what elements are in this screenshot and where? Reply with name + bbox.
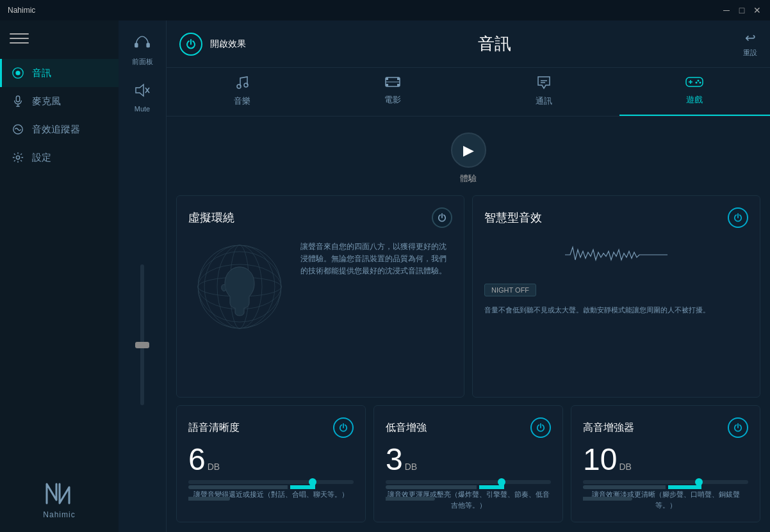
front-panel-button[interactable]: 前面板 [129,30,156,72]
nahimic-logo-icon [44,481,76,506]
tab-movie[interactable]: 電影 [318,68,469,116]
treble-boost-power-button[interactable] [728,417,748,438]
reset-button[interactable]: ↩ 重設 [743,30,757,58]
bass-boost-thumb[interactable] [498,478,505,486]
treble-boost-value: 10 [583,444,617,475]
top-cards-grid: 虛擬環繞 [176,195,760,398]
sidebar-logo: Nahimic [0,468,119,532]
svg-point-1 [15,70,20,75]
sidebar-audio-label: 音訊 [32,67,51,79]
voice-clarity-slider[interactable] [188,480,354,484]
mic-icon [12,95,24,108]
svg-rect-17 [386,84,388,86]
night-off-badge: NIGHT OFF [484,280,748,300]
voice-clarity-card: 語音清晰度 6 DB [176,405,366,522]
tab-music[interactable]: 音樂 [167,68,318,116]
maximize-button[interactable]: □ [737,5,747,15]
surround-visual: 讓聲音來自您的四面八方，以獲得更好的沈浸體驗。無論您音訊裝置的品質為何，我們的技… [188,236,452,338]
music-tab-label: 音樂 [234,95,250,107]
app-title: Nahimic [8,6,35,15]
surround-card-header: 虛擬環繞 [188,207,452,228]
voice-clarity-value-row: 6 DB [188,444,354,475]
center-panel: 前面板 Mute [119,20,167,532]
titlebar: Nahimic ─ □ ✕ [0,0,770,20]
treble-boost-value-row: 10 DB [583,444,748,475]
svg-rect-2 [16,96,19,102]
treble-boost-slider[interactable] [583,480,748,484]
mute-label: Mute [135,105,150,113]
movie-tab-icon [385,76,400,92]
game-tab-icon [685,76,703,92]
svg-rect-16 [397,77,400,80]
treble-boost-header: 高音增強器 [583,417,748,438]
voice-clarity-title: 語音清晰度 [188,421,240,435]
svg-point-6 [16,156,19,159]
mute-button[interactable]: Mute [131,78,153,118]
close-button[interactable]: ✕ [752,5,762,15]
hamburger-menu-button[interactable] [10,33,29,46]
volume-slider-thumb[interactable] [135,342,149,348]
smart-audio-title: 智慧型音效 [484,210,542,225]
sidebar: 音訊 麥克風 音效追蹤器 [0,20,119,532]
voice-clarity-unit: DB [208,462,220,472]
bass-boost-header: 低音增強 [386,417,551,438]
nahimic-logo-text: Nahimic [43,510,75,519]
smart-audio-description: 音量不會低到聽不見或太大聲。啟動安靜模式能讓您周圍的人不被打擾。 [484,305,748,316]
voice-clarity-power-button[interactable] [333,417,354,438]
svg-point-25 [698,80,700,82]
comms-tab-icon [537,76,551,93]
headphones-icon [134,35,151,53]
svg-rect-8 [146,43,150,47]
svg-marker-9 [136,85,143,96]
bass-boost-value-row: 3 DB [386,444,551,475]
treble-boost-card: 高音增強器 10 DB [571,405,760,522]
page-title: 音訊 [246,33,743,55]
sidebar-item-audio[interactable]: 音訊 [0,59,119,87]
bottom-cards: 語音清晰度 6 DB [176,405,760,522]
experience-play-button[interactable]: ▶ 體驗 [451,133,486,184]
svg-point-26 [700,82,701,84]
sidebar-mic-label: 麥克風 [32,95,61,108]
sidebar-tracker-label: 音效追蹤器 [32,124,80,136]
svg-rect-7 [135,43,138,47]
comms-tab-label: 通訊 [536,95,552,107]
surround-card-title: 虛擬環繞 [188,210,234,225]
sidebar-settings-label: 設定 [32,152,51,164]
sidebar-item-mic[interactable]: 麥克風 [0,87,119,115]
tab-comms[interactable]: 通訊 [468,68,619,116]
bass-boost-power-button[interactable] [530,417,551,438]
surround-sphere-visual [188,236,291,338]
audio-icon [12,67,24,79]
smart-audio-header: 智慧型音效 [484,207,748,228]
treble-boost-thumb[interactable] [695,478,703,486]
settings-icon [12,151,24,164]
music-tab-icon [236,76,249,93]
treble-boost-title: 高音增強器 [583,421,634,435]
bass-boost-card: 低音增強 3 DB [373,405,563,522]
volume-slider-area [140,124,144,532]
movie-tab-label: 電影 [384,94,401,106]
effects-power-button[interactable] [179,33,202,56]
play-circle-icon[interactable]: ▶ [451,133,486,168]
minimize-button[interactable]: ─ [721,5,732,15]
tab-game[interactable]: 遊戲 [619,68,771,116]
voice-clarity-thumb[interactable] [309,478,316,486]
bass-boost-unit: DB [405,462,417,472]
surround-power-button[interactable] [432,207,452,228]
mute-icon [135,83,150,101]
svg-rect-15 [386,77,388,80]
smart-audio-power-button[interactable] [728,207,748,228]
svg-point-27 [696,82,698,84]
smart-audio-card: 智慧型音效 [472,195,760,398]
sidebar-item-tracker[interactable]: 音效追蹤器 [0,115,119,143]
treble-boost-unit: DB [619,462,631,472]
effects-power-label: 開啟效果 [210,38,246,50]
volume-slider-track[interactable] [140,264,144,405]
reset-icon: ↩ [745,30,756,45]
sidebar-item-settings[interactable]: 設定 [0,143,119,172]
experience-label: 體驗 [460,173,477,184]
voice-clarity-header: 語音清晰度 [188,417,354,438]
bass-boost-slider[interactable] [386,480,551,484]
game-tab-label: 遊戲 [686,94,703,106]
bass-boost-title: 低音增強 [386,421,427,435]
